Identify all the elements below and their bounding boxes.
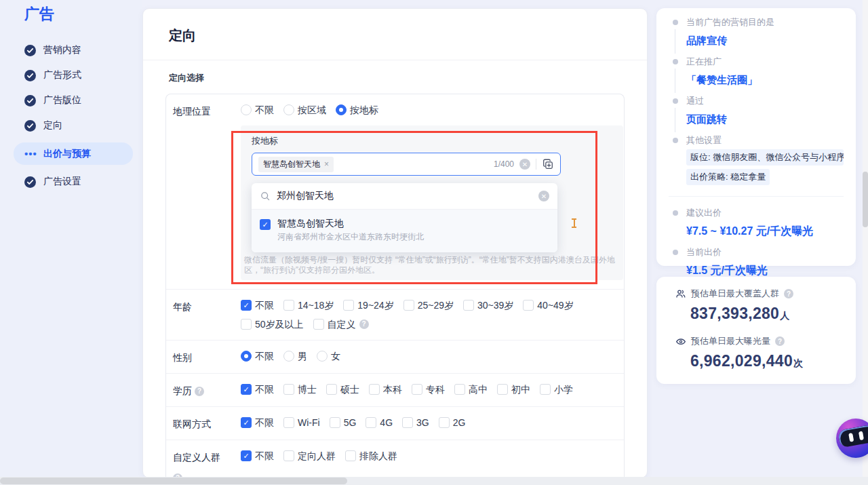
option-control[interactable] <box>241 384 252 395</box>
option[interactable]: 不限 ? <box>241 449 274 463</box>
help-icon[interactable]: ? <box>359 319 369 329</box>
sidebar-item[interactable]: ••• 出价与预算 <box>14 142 133 165</box>
sidebar-item[interactable]: ••• 广告版位 <box>24 92 142 109</box>
sidebar-item[interactable]: ••• 广告设置 <box>24 174 142 190</box>
landmark-tag-input[interactable]: 智慧岛创智天地 × 1/400 ✕ <box>252 153 561 176</box>
option-control[interactable] <box>326 384 337 395</box>
option[interactable]: 不限 ? <box>241 298 274 312</box>
sidebar-item[interactable]: ••• 定向 <box>24 117 142 134</box>
option-control[interactable] <box>523 300 534 311</box>
option-control[interactable] <box>330 417 340 428</box>
option[interactable]: 不限 ? <box>241 416 274 429</box>
option-control[interactable] <box>343 300 354 311</box>
option-control[interactable] <box>283 104 294 115</box>
option[interactable]: 博士 ? <box>283 383 317 396</box>
sidebar-item[interactable]: ••• 广告形式 <box>24 67 142 83</box>
option-control[interactable] <box>402 417 413 428</box>
option[interactable]: 30~39岁 ? <box>463 298 513 312</box>
option[interactable]: 40~49岁 ? <box>523 298 573 312</box>
option-control[interactable] <box>412 384 422 395</box>
tag-remove-icon[interactable]: × <box>324 159 329 169</box>
option[interactable]: 本科 ? <box>369 383 402 396</box>
option[interactable]: 4G ? <box>366 416 393 429</box>
option[interactable]: 14~18岁 ? <box>283 298 334 312</box>
option-control[interactable] <box>336 104 347 115</box>
suggested-bid-value: ¥7.5 ~ ¥10.27 元/千次曝光 <box>686 225 844 237</box>
option-control[interactable] <box>313 319 324 330</box>
option-control[interactable] <box>283 450 294 461</box>
row-label: 自定义人群 ? <box>173 449 241 478</box>
option-control[interactable] <box>454 384 465 395</box>
option[interactable]: 自定义 ? <box>313 317 369 331</box>
option[interactable]: 男 ? <box>283 349 307 363</box>
option-label: 高中 <box>469 383 488 396</box>
clear-search-icon[interactable]: ✕ <box>538 191 549 201</box>
option-control[interactable] <box>463 300 474 311</box>
summary-other-settings: 其他设置 版位: 微信朋友圈、微信公众号与小程序... 出价策略: 稳定拿量 <box>671 134 844 185</box>
option-control[interactable] <box>345 450 356 461</box>
option[interactable]: 19~24岁 ? <box>343 298 393 312</box>
option-control[interactable] <box>241 351 252 362</box>
option-control[interactable] <box>366 417 376 428</box>
option-label: 14~18岁 <box>298 298 334 312</box>
batch-add-icon[interactable] <box>542 158 554 170</box>
option-label: 小学 <box>554 383 573 396</box>
row-label: 地理位置 <box>173 103 241 280</box>
landmark-search-row[interactable]: 郑州创智天地 ✕ <box>252 183 557 210</box>
option-control[interactable] <box>439 417 450 428</box>
option[interactable]: 2G ? <box>439 416 466 429</box>
option[interactable]: 5G ? <box>330 416 357 429</box>
option[interactable]: 3G ? <box>402 416 429 429</box>
option[interactable]: 硕士 ? <box>326 383 359 396</box>
option[interactable]: 按区域 ? <box>283 103 326 117</box>
option[interactable]: 初中 ? <box>497 383 530 396</box>
option[interactable]: 50岁及以上 ? <box>241 317 304 331</box>
option-control[interactable] <box>283 417 294 428</box>
option-label: 女 <box>331 349 340 363</box>
option[interactable]: 不限 ? <box>241 383 274 396</box>
row-label: 学历? <box>173 383 241 397</box>
horizontal-scrollbar-track[interactable] <box>0 477 868 485</box>
summary-via: 通过 页面跳转 <box>671 95 844 125</box>
option-control[interactable] <box>241 417 252 428</box>
option-control[interactable] <box>241 104 252 115</box>
assistant-robot-icon[interactable] <box>836 419 868 458</box>
option[interactable]: 25~29岁 ? <box>403 298 454 312</box>
landmark-result-item[interactable]: 智慧岛创智天地 河南省郑州市金水区中道东路东时埂街北 <box>252 210 557 252</box>
horizontal-scrollbar-thumb[interactable] <box>0 478 347 484</box>
vertical-scrollbar-track[interactable] <box>863 0 868 477</box>
option[interactable]: 专科 ? <box>412 383 445 396</box>
option[interactable]: 按地标 ? <box>336 103 378 117</box>
help-icon[interactable]: ? <box>784 289 793 298</box>
bid-strategy-setting: 出价策略: 稳定拿量 <box>686 169 770 185</box>
option[interactable]: 女 ? <box>317 349 340 363</box>
option[interactable]: 排除人群 ? <box>345 449 397 463</box>
option-control[interactable] <box>317 351 328 362</box>
option-control[interactable] <box>283 384 294 395</box>
vertical-scrollbar-thumb[interactable] <box>863 172 868 227</box>
help-icon[interactable]: ? <box>775 336 785 346</box>
option-control[interactable] <box>369 384 380 395</box>
option-control[interactable] <box>540 384 551 395</box>
option-control[interactable] <box>403 300 414 311</box>
sidebar-item[interactable]: ••• 营销内容 <box>24 42 142 58</box>
result-checkbox[interactable] <box>260 219 271 230</box>
sidebar-item-label: 广告版位 <box>43 94 81 106</box>
option-control[interactable] <box>497 384 508 395</box>
option-control[interactable] <box>241 300 252 311</box>
bullet-icon <box>673 138 678 143</box>
option[interactable]: 定向人群 ? <box>283 449 336 463</box>
option[interactable]: 不限 ? <box>241 103 274 117</box>
clear-all-icon[interactable]: ✕ <box>519 159 530 170</box>
option[interactable]: 小学 ? <box>540 383 573 396</box>
option-control[interactable] <box>283 351 294 362</box>
option[interactable]: 高中 ? <box>454 383 488 396</box>
help-icon[interactable]: ? <box>195 387 204 396</box>
option-control[interactable] <box>241 450 252 461</box>
search-input[interactable]: 郑州创智天地 <box>277 190 532 202</box>
option[interactable]: 不限 ? <box>241 349 274 363</box>
option-control[interactable] <box>283 300 294 311</box>
option-control[interactable] <box>241 319 252 330</box>
estimate-card: 预估单日最大覆盖人群 ? 837,393,280人 预估单日最大曝光量 ? 6,… <box>656 277 856 384</box>
option[interactable]: Wi-Fi ? <box>283 416 320 429</box>
